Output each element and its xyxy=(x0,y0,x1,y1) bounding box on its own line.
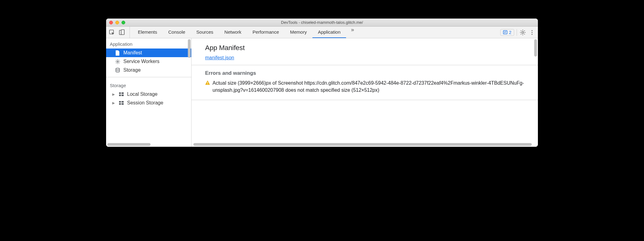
tab-console[interactable]: Console xyxy=(163,27,191,38)
sidebar-group-storage: Storage xyxy=(106,80,191,90)
application-sidebar: Application Manifest Service Workers Sto… xyxy=(106,38,192,147)
svg-rect-20 xyxy=(207,82,208,83)
devtools-tabs: Elements Console Sources Network Perform… xyxy=(130,27,498,38)
errors-warnings-heading: Errors and warnings xyxy=(205,70,524,76)
main-hscrollbar[interactable] xyxy=(193,143,532,146)
devtools-window: DevTools - chiseled-mammoth-talos.glitch… xyxy=(106,19,538,147)
inspect-element-icon[interactable] xyxy=(109,28,115,36)
gear-icon xyxy=(115,59,120,64)
sidebar-item-session-storage[interactable]: ▶ Session Storage xyxy=(106,99,191,107)
separator xyxy=(517,29,517,36)
svg-rect-21 xyxy=(207,84,208,84)
warning-icon xyxy=(205,80,210,87)
svg-rect-17 xyxy=(122,101,124,103)
svg-rect-14 xyxy=(119,95,121,96)
svg-rect-16 xyxy=(119,101,121,103)
sidebar-hscrollbar[interactable] xyxy=(107,143,151,146)
sidebar-item-storage[interactable]: Storage xyxy=(106,66,191,74)
sidebar-group-application: Application xyxy=(106,38,191,49)
grid-icon xyxy=(118,101,124,105)
issues-badge[interactable]: 2 xyxy=(500,29,514,36)
file-icon xyxy=(115,50,120,56)
svg-rect-3 xyxy=(503,31,507,34)
svg-rect-12 xyxy=(119,92,121,94)
sidebar-item-manifest[interactable]: Manifest xyxy=(106,49,191,57)
main-scrollbar[interactable] xyxy=(534,39,537,57)
main-panel: App Manifest manifest.json Errors and wa… xyxy=(192,38,538,147)
tab-performance[interactable]: Performance xyxy=(247,27,285,38)
storage-icon xyxy=(115,68,120,73)
divider xyxy=(192,100,538,100)
tab-elements[interactable]: Elements xyxy=(132,27,163,38)
kebab-menu-icon[interactable] xyxy=(529,28,535,36)
svg-point-10 xyxy=(117,61,118,62)
sidebar-item-label: Storage xyxy=(123,67,141,73)
svg-rect-13 xyxy=(122,92,124,94)
sidebar-item-service-workers[interactable]: Service Workers xyxy=(106,57,191,66)
svg-rect-15 xyxy=(122,95,124,96)
svg-point-11 xyxy=(116,68,119,69)
sidebar-divider xyxy=(106,77,191,77)
tab-application[interactable]: Application xyxy=(312,27,346,38)
warning-text: Actual size (3999×2666)px of Screenshot … xyxy=(213,79,524,94)
titlebar: DevTools - chiseled-mammoth-talos.glitch… xyxy=(106,19,538,27)
svg-point-7 xyxy=(531,30,532,31)
tab-memory[interactable]: Memory xyxy=(285,27,312,38)
window-controls xyxy=(106,21,125,24)
svg-rect-2 xyxy=(121,30,124,35)
svg-point-9 xyxy=(531,34,532,35)
devtools-toolbar: Elements Console Sources Network Perform… xyxy=(106,27,538,38)
minimize-window-button[interactable] xyxy=(115,21,119,24)
svg-point-8 xyxy=(531,32,532,33)
warning-row: Actual size (3999×2666)px of Screenshot … xyxy=(205,79,524,94)
sidebar-item-label: Session Storage xyxy=(127,100,163,106)
grid-icon xyxy=(118,92,124,96)
more-tabs-icon[interactable]: » xyxy=(346,27,359,38)
sidebar-item-label: Service Workers xyxy=(123,59,159,64)
settings-icon[interactable] xyxy=(519,28,526,36)
sidebar-scrollbar[interactable] xyxy=(188,39,191,58)
expand-triangle-icon[interactable]: ▶ xyxy=(112,101,115,105)
expand-triangle-icon[interactable]: ▶ xyxy=(112,92,115,96)
maximize-window-button[interactable] xyxy=(122,21,125,24)
device-toolbar-icon[interactable] xyxy=(118,28,125,36)
page-title: App Manifest xyxy=(205,44,524,52)
issues-count: 2 xyxy=(509,30,511,35)
sidebar-item-label: Manifest xyxy=(123,50,142,56)
svg-point-6 xyxy=(522,32,524,33)
sidebar-item-local-storage[interactable]: ▶ Local Storage xyxy=(106,90,191,99)
tab-sources[interactable]: Sources xyxy=(191,27,219,38)
manifest-link[interactable]: manifest.json xyxy=(205,55,234,60)
window-title: DevTools - chiseled-mammoth-talos.glitch… xyxy=(106,20,538,25)
svg-rect-19 xyxy=(122,103,124,105)
sidebar-item-label: Local Storage xyxy=(127,91,158,97)
svg-rect-18 xyxy=(119,103,121,105)
issues-icon xyxy=(503,30,507,35)
close-window-button[interactable] xyxy=(109,21,113,24)
tab-network[interactable]: Network xyxy=(219,27,247,38)
